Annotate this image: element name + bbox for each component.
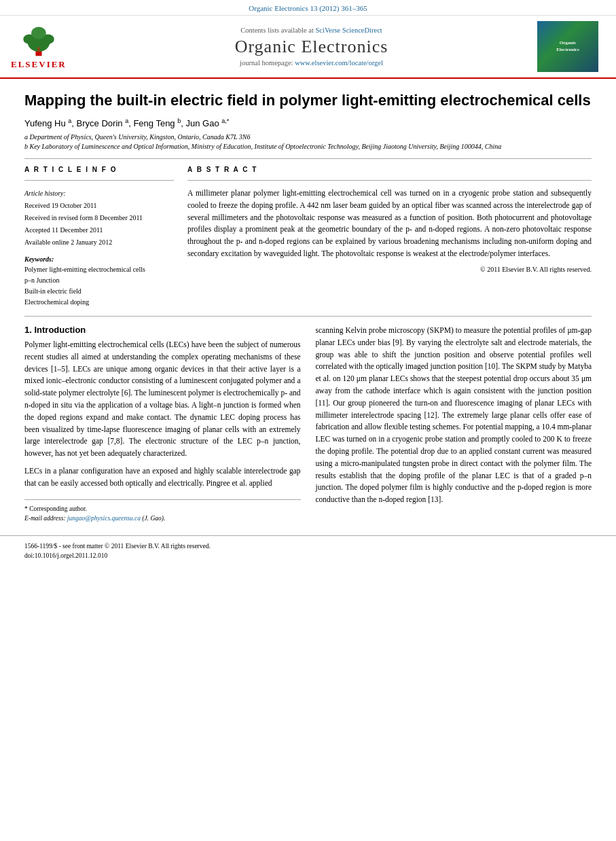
affiliation-a: a Department of Physics, Queen's Univers…: [24, 132, 592, 142]
elsevier-logo-section: ELSEVIER: [11, 24, 86, 70]
keyword-1: Polymer light-emitting electrochemical c…: [24, 264, 174, 275]
paper-content: Mapping the built-in electric field in p…: [0, 79, 616, 535]
intro-paragraph-right: scanning Kelvin probe microscopy (SKPM) …: [316, 325, 592, 506]
copyright: © 2011 Elsevier B.V. All rights reserved…: [187, 266, 592, 273]
journal-title: Organic Electronics: [86, 37, 537, 57]
cover-title: OrganicElectronics: [556, 40, 579, 52]
received-revised-date: Received in revised form 8 December 2011: [24, 212, 174, 224]
corresp-label: * Corresponding author.: [24, 504, 301, 514]
cover-image: OrganicElectronics: [537, 21, 598, 72]
affiliations: a Department of Physics, Queen's Univers…: [24, 132, 592, 151]
paper-title: Mapping the built-in electric field in p…: [24, 91, 592, 111]
abstract-divider: [187, 180, 592, 181]
author-yufeng: Yufeng Hu: [24, 118, 66, 128]
body-divider: [24, 316, 592, 317]
accepted-date: Accepted 11 December 2011: [24, 224, 174, 236]
body-right-col: scanning Kelvin probe microscopy (SKPM) …: [316, 325, 592, 523]
article-info-divider: [24, 180, 174, 181]
top-bar: Organic Electronics 13 (2012) 361–365: [0, 0, 616, 16]
intro-paragraph-2: LECs in a planar configuration have an e…: [24, 465, 301, 490]
body-section: 1. Introduction Polymer light-emitting e…: [24, 325, 592, 523]
keyword-2: p–n Junction: [24, 275, 174, 286]
footer-doi: doi:10.1016/j.orgel.2011.12.010: [24, 551, 592, 560]
journal-citation: Organic Electronics 13 (2012) 361–365: [249, 4, 367, 12]
keywords-label: Keywords:: [24, 255, 174, 263]
received-date: Received 19 October 2011: [24, 200, 174, 212]
history-label: Article history:: [24, 187, 174, 200]
footer-license: 1566-1199/$ - see front matter © 2011 El…: [24, 541, 592, 551]
corresp-note: * Corresponding author. E-mail address: …: [24, 504, 301, 524]
abstract-col: A B S T R A C T A millimeter planar poly…: [187, 166, 592, 308]
author-jun: Jun Gao: [185, 118, 219, 128]
email-address[interactable]: jungao@physics.queensu.ca: [67, 515, 141, 522]
contents-available: Contents lists available at SciVerse Sci…: [86, 26, 537, 34]
intro-title: 1. Introduction: [24, 325, 301, 335]
journal-cover: OrganicElectronics: [537, 21, 605, 72]
abstract-text: A millimeter planar polymer light-emitti…: [187, 187, 592, 260]
email-person: (J. Gao).: [142, 515, 165, 522]
elsevier-tree-icon: [15, 24, 62, 58]
article-history: Article history: Received 19 October 201…: [24, 187, 174, 249]
keyword-4: Electrochemical doping: [24, 297, 174, 308]
article-info-header: A R T I C L E I N F O: [24, 166, 174, 173]
author-feng: Feng Teng: [133, 118, 175, 128]
author-bryce: Bryce Dorin: [77, 118, 123, 128]
elsevier-logo: ELSEVIER: [11, 24, 67, 70]
sciverse-link[interactable]: SciVerse ScienceDirect: [315, 26, 382, 34]
authors: Yufeng Hu a, Bryce Dorin a, Feng Teng b,…: [24, 118, 592, 128]
keyword-3: Built-in electric field: [24, 286, 174, 297]
body-left-col: 1. Introduction Polymer light-emitting e…: [24, 325, 301, 523]
article-info-col: A R T I C L E I N F O Article history: R…: [24, 166, 174, 308]
abstract-header: A B S T R A C T: [187, 166, 592, 173]
homepage-url[interactable]: www.elsevier.com/locate/orgel: [295, 59, 383, 67]
journal-header: ELSEVIER Contents lists available at Sci…: [0, 16, 616, 79]
svg-point-4: [31, 26, 46, 39]
journal-homepage: journal homepage: www.elsevier.com/locat…: [86, 59, 537, 67]
footer-bar: 1566-1199/$ - see front matter © 2011 El…: [0, 535, 616, 567]
intro-paragraph-1: Polymer light-emitting electrochemical c…: [24, 339, 301, 460]
article-meta-section: A R T I C L E I N F O Article history: R…: [24, 166, 592, 308]
keywords-section: Keywords: Polymer light-emitting electro…: [24, 255, 174, 308]
affiliation-b: b Key Laboratory of Luminescence and Opt…: [24, 142, 592, 151]
elsevier-label: ELSEVIER: [11, 59, 67, 70]
header-divider: [24, 158, 592, 159]
available-date: Available online 2 January 2012: [24, 236, 174, 249]
footnote-divider: [24, 499, 301, 500]
svg-rect-5: [37, 47, 40, 52]
keywords-list: Polymer light-emitting electrochemical c…: [24, 264, 174, 308]
email-line: E-mail address: jungao@physics.queensu.c…: [24, 514, 301, 523]
email-label: E-mail address:: [24, 515, 66, 522]
journal-title-section: Contents lists available at SciVerse Sci…: [86, 26, 537, 67]
